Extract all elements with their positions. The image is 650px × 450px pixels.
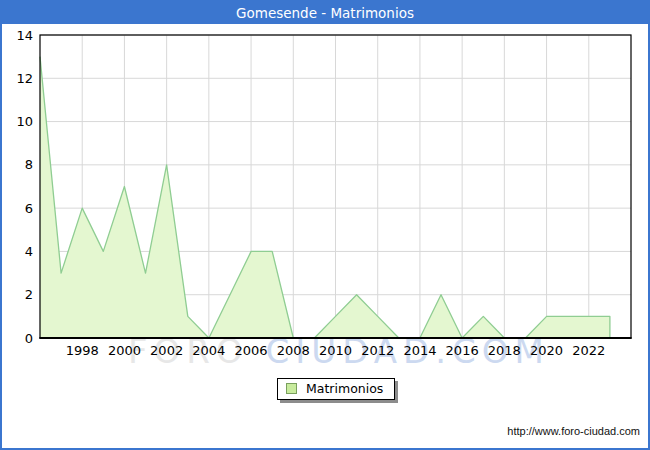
y-tick-label: 4 [25,244,33,259]
x-tick-label: 2020 [530,343,563,358]
x-tick-label: 1998 [66,343,99,358]
y-tick-label: 14 [16,28,33,43]
x-tick-label: 2000 [108,343,141,358]
x-tick-label: 2006 [235,343,268,358]
legend-swatch-icon [286,383,297,394]
x-tick-label: 2002 [150,343,183,358]
y-tick-label: 6 [25,201,33,216]
x-tick-label: 2008 [277,343,310,358]
y-tick-label: 2 [25,287,33,302]
x-tick-label: 2022 [572,343,605,358]
x-tick-label: 2004 [192,343,225,358]
chart-window: Gomesende - Matrimonios FORO CIUDAD.COM … [0,0,650,450]
y-tick-label: 0 [25,331,33,346]
legend-label: Matrimonios [306,381,383,396]
y-tick-label: 10 [16,114,33,129]
legend: Matrimonios [277,378,395,400]
x-tick-label: 2016 [446,343,479,358]
y-tick-label: 12 [16,71,33,86]
x-tick-label: 2014 [403,343,436,358]
x-tick-label: 2018 [488,343,521,358]
x-tick-label: 2012 [361,343,394,358]
footer-url: http://www.foro-ciudad.com [507,425,640,437]
x-tick-label: 2010 [319,343,352,358]
y-tick-label: 8 [25,157,33,172]
